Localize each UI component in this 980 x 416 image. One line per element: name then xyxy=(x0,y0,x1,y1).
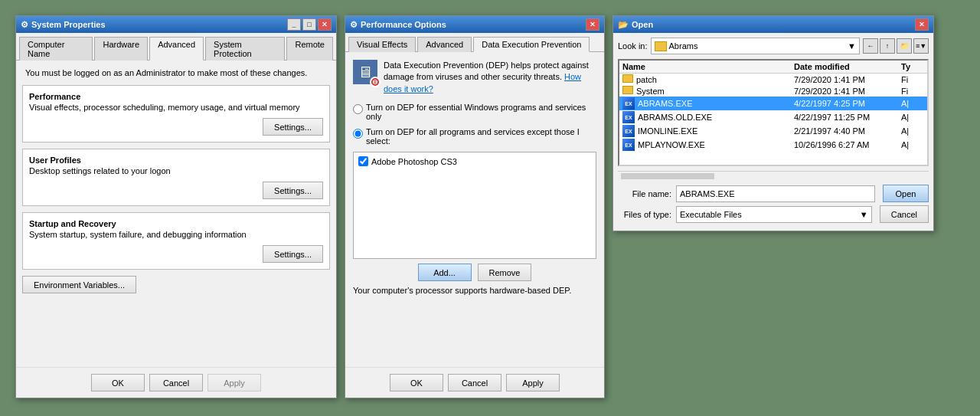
startup-recovery-section: Startup and Recovery System startup, sys… xyxy=(22,212,330,270)
file-row-mplaynow-exe[interactable]: EX MPLAYNOW.EXE 10/26/1996 6:27 AM A| xyxy=(619,138,927,152)
open-dialog-content: Look in: Abrams ▼ ← ↑ 📁 ≡▼ Name Date mod… xyxy=(613,33,933,231)
imonline-exe-name: IMONLINE.EXE xyxy=(638,126,697,136)
system-type: Fi xyxy=(901,87,924,96)
user-profiles-section: User Profiles Desktop settings related t… xyxy=(22,149,330,206)
tab-hardware[interactable]: Hardware xyxy=(94,37,148,61)
cancel-button[interactable]: Cancel xyxy=(149,374,203,391)
perf-ok-button[interactable]: OK xyxy=(390,374,443,391)
abrams-old-exe-name: ABRAMS.OLD.EXE xyxy=(638,113,712,122)
dep-description: Data Execution Prevention (DEP) helps pr… xyxy=(384,60,596,95)
abrams-exe-date: 4/22/1997 4:25 PM xyxy=(794,99,901,108)
folder-icon xyxy=(655,41,667,51)
startup-desc: System startup, system failure, and debu… xyxy=(29,230,323,239)
program-checkbox-photoshop[interactable] xyxy=(358,156,368,166)
file-row-abrams-exe[interactable]: EX ABRAMS.EXE 4/22/1997 4:25 PM A| xyxy=(619,97,927,110)
user-profiles-settings-button[interactable]: Settings... xyxy=(263,182,323,199)
tab-computer-name[interactable]: Computer Name xyxy=(19,37,93,61)
patch-date: 7/29/2020 1:41 PM xyxy=(794,75,901,84)
perf-tab-bar: Visual Effects Advanced Data Execution P… xyxy=(345,33,604,52)
add-remove-row: Add... Remove xyxy=(353,264,596,281)
system-props-title: System Properties xyxy=(31,20,106,29)
mplaynow-exe-icon: EX xyxy=(622,139,635,151)
col-header-date: Date modified xyxy=(794,62,901,71)
look-in-dropdown-arrow: ▼ xyxy=(848,41,856,51)
files-of-type-arrow: ▼ xyxy=(860,210,868,219)
file-row-patch[interactable]: patch 7/29/2020 1:41 PM Fi xyxy=(619,74,927,85)
file-row-system[interactable]: System 7/29/2020 1:41 PM Fi xyxy=(619,85,927,97)
nav-new-folder-button[interactable]: 📁 xyxy=(897,38,912,54)
cancel-open-button[interactable]: Cancel xyxy=(880,205,929,223)
maximize-button[interactable]: □ xyxy=(302,18,316,31)
dep-bottom-note: Your computer's processor supports hardw… xyxy=(353,286,596,295)
performance-settings-button[interactable]: Settings... xyxy=(263,118,323,136)
close-button[interactable]: ✕ xyxy=(318,18,332,31)
abrams-exe-name: ABRAMS.EXE xyxy=(638,99,693,108)
dep-program-list[interactable]: Adobe Photoshop CS3 xyxy=(353,152,596,259)
system-props-icon: ⚙ xyxy=(21,20,28,30)
open-file-dialog: 📂 Open ✕ Look in: Abrams ▼ ← ↑ 📁 ≡▼ xyxy=(612,15,934,231)
col-header-type: Ty xyxy=(901,62,924,71)
abrams-old-date: 4/22/1997 11:25 PM xyxy=(794,113,901,122)
open-dialog-close-button[interactable]: ✕ xyxy=(915,18,929,31)
perf-apply-button[interactable]: Apply xyxy=(506,374,560,391)
look-in-combo[interactable]: Abrams ▼ xyxy=(651,38,860,54)
files-of-type-combo[interactable]: Executable Files ▼ xyxy=(676,206,872,223)
nav-view-button[interactable]: ≡▼ xyxy=(913,38,929,54)
file-list-header: Name Date modified Ty xyxy=(619,61,927,74)
look-in-bar: Look in: Abrams ▼ ← ↑ 📁 ≡▼ xyxy=(618,38,929,54)
patch-type: Fi xyxy=(901,75,924,84)
remove-button[interactable]: Remove xyxy=(478,264,532,281)
perf-title: Performance Options xyxy=(361,20,446,29)
add-button[interactable]: Add... xyxy=(418,264,472,281)
open-dialog-title-bar: 📂 Open ✕ xyxy=(613,16,933,33)
abrams-old-type: A| xyxy=(901,113,924,122)
tab-visual-effects[interactable]: Visual Effects xyxy=(348,37,416,52)
file-name-label: File name: xyxy=(618,189,671,198)
look-in-value: Abrams xyxy=(669,41,698,51)
file-row-abrams-old-exe[interactable]: EX ABRAMS.OLD.EXE 4/22/1997 11:25 PM A| xyxy=(619,110,927,124)
dep-radio-essential-input[interactable] xyxy=(353,104,363,114)
patch-folder-icon xyxy=(622,74,633,84)
dep-radio-all-label: Turn on DEP for all programs and service… xyxy=(366,127,596,146)
tab-system-protection[interactable]: System Protection xyxy=(205,37,285,61)
startup-title: Startup and Recovery xyxy=(29,219,323,228)
dep-radio-essential: Turn on DEP for essential Windows progra… xyxy=(353,103,596,121)
tab-advanced-perf[interactable]: Advanced xyxy=(417,37,472,52)
abrams-exe-type: A| xyxy=(901,99,924,108)
apply-button[interactable]: Apply xyxy=(207,374,261,391)
file-row-imonline-exe[interactable]: EX IMONLINE.EXE 2/21/1997 4:40 PM A| xyxy=(619,124,927,138)
perf-close-button[interactable]: ✕ xyxy=(586,18,599,31)
perf-title-bar: ⚙ Performance Options ✕ xyxy=(345,16,604,33)
ok-button[interactable]: OK xyxy=(91,374,145,391)
performance-section: Performance Visual effects, processor sc… xyxy=(22,85,330,142)
tab-advanced[interactable]: Advanced xyxy=(149,37,204,61)
file-list-area[interactable]: Name Date modified Ty patch 7/29/2020 1:… xyxy=(618,59,929,166)
open-button[interactable]: Open xyxy=(883,185,929,202)
user-profiles-title: User Profiles xyxy=(29,156,323,165)
abrams-exe-icon: EX xyxy=(622,97,635,110)
file-name-input[interactable] xyxy=(676,185,875,202)
open-dialog-title: Open xyxy=(632,20,653,29)
nav-up-button[interactable]: ↑ xyxy=(880,38,895,54)
files-of-type-label: Files of type: xyxy=(618,210,671,219)
minimize-button[interactable]: _ xyxy=(287,18,301,31)
perf-icon: ⚙ xyxy=(350,20,358,30)
look-in-label: Look in: xyxy=(618,41,648,51)
imonline-exe-icon: EX xyxy=(622,125,635,137)
horizontal-scrollbar[interactable] xyxy=(618,171,929,180)
env-vars-button[interactable]: Environment Variables... xyxy=(22,276,136,293)
perf-content: 🖥 ⊖ Data Execution Prevention (DEP) help… xyxy=(345,52,604,367)
dep-radio-all-input[interactable] xyxy=(353,129,363,139)
startup-settings-button[interactable]: Settings... xyxy=(263,245,323,263)
files-of-type-value: Executable Files xyxy=(680,210,742,219)
col-header-name: Name xyxy=(622,62,794,71)
imonline-date: 2/21/1997 4:40 PM xyxy=(794,126,901,136)
mplaynow-type: A| xyxy=(901,140,924,149)
file-name-row: File name: Open xyxy=(618,185,929,202)
nav-back-button[interactable]: ← xyxy=(863,38,878,54)
program-item-photoshop: Adobe Photoshop CS3 xyxy=(357,156,593,167)
tab-dep[interactable]: Data Execution Prevention xyxy=(473,37,590,52)
tab-remote[interactable]: Remote xyxy=(286,37,333,61)
performance-title: Performance xyxy=(29,92,323,101)
perf-cancel-button[interactable]: Cancel xyxy=(448,374,501,391)
